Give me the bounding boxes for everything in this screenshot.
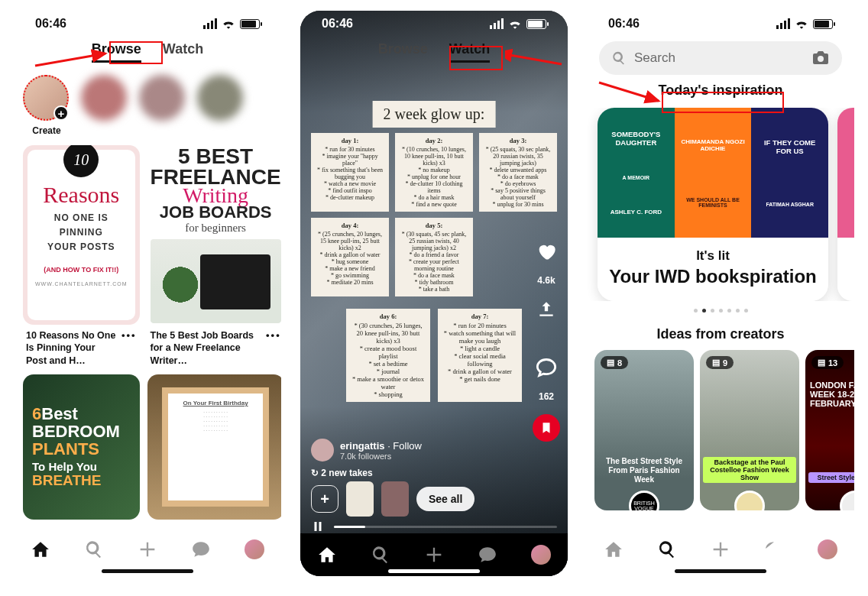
story-item[interactable] (197, 75, 245, 136)
pin-item[interactable]: 5 BEST FREELANCE Writing JOB BOARDS for … (147, 145, 281, 367)
nav-search-icon[interactable] (656, 539, 678, 560)
status-bar: 06:46 (14, 11, 281, 37)
nav-chat-icon[interactable] (477, 544, 498, 565)
inspiration-carousel[interactable]: SOMEBODY'S DAUGHTER A MEMOIR ASHLEY C. F… (587, 108, 854, 301)
idea-card[interactable]: ▤ 9 Backstage at the Paul Costelloe Fash… (700, 350, 799, 510)
page-count-chip: ▤ 13 (811, 356, 844, 369)
note-card: day 4:* (25 crunches, 20 lunges, 15 knee… (311, 218, 389, 296)
comment-icon[interactable] (535, 356, 558, 379)
pin-image (151, 239, 281, 323)
plus-icon[interactable]: + (53, 105, 69, 121)
nav-add-icon[interactable] (423, 544, 445, 565)
idea-card[interactable]: ▤ 13 LONDON FASHION WEEK 18-22 FEBRUARY … (805, 350, 854, 510)
page-count-chip: ▤ 9 (706, 356, 734, 369)
pin-item[interactable]: On Your First Birthday · · · · · · · · ·… (147, 374, 281, 520)
creator-row[interactable]: eringattis · Follow 7.0k followers (311, 439, 422, 462)
battery-icon (813, 19, 833, 29)
search-placeholder: Search (634, 50, 675, 66)
pin-item[interactable]: 6Best BEDROOM PLANTS To Help You BREATHE (23, 374, 140, 520)
more-icon[interactable]: ••• (121, 329, 137, 342)
pause-icon[interactable] (311, 520, 325, 533)
tab-browse[interactable]: Browse (378, 41, 428, 63)
add-take-button[interactable]: + (311, 485, 338, 513)
tab-browse[interactable]: Browse (92, 41, 141, 63)
like-icon[interactable] (535, 240, 558, 263)
video-title: 2 week glow up: (373, 101, 496, 128)
see-all-button[interactable]: See all (416, 487, 474, 511)
follower-count: 7.0k followers (340, 452, 422, 461)
nav-home-icon[interactable] (603, 539, 624, 560)
take-thumb[interactable] (346, 481, 374, 517)
cell-signal-icon (490, 18, 504, 29)
top-tabs: Browse Watch (300, 37, 568, 70)
save-button[interactable] (533, 414, 560, 442)
follow-button[interactable]: Follow (393, 440, 422, 452)
screen-watch: 06:46 Browse Watch 2 week glow up: day 1… (300, 11, 568, 576)
inspiration-card[interactable] (837, 108, 854, 301)
idea-label: Street Style from #LFW (808, 472, 854, 483)
card-title: Your IWD bookspiration (604, 266, 822, 287)
search-bar[interactable]: Search (599, 41, 842, 75)
pin-item[interactable]: 10 Reasons NO ONE ISPINNINGYOUR POSTS (A… (23, 145, 140, 367)
top-tabs: Browse Watch (14, 37, 281, 70)
cell-signal-icon (203, 18, 217, 29)
creator-avatar[interactable] (840, 491, 854, 510)
note-card: day 2:* (10 crunches, 10 lunges, 10 knee… (395, 133, 473, 212)
status-icons (203, 18, 260, 29)
stories-row[interactable]: + Create (14, 70, 281, 136)
story-item[interactable] (81, 75, 128, 136)
camera-icon[interactable] (811, 49, 830, 67)
nav-search-icon[interactable] (83, 539, 105, 560)
carousel-dots[interactable] (587, 309, 854, 313)
nav-profile-avatar[interactable] (244, 539, 265, 560)
more-icon[interactable]: ••• (266, 329, 281, 342)
bottom-nav (587, 523, 854, 576)
tab-watch[interactable]: Watch (163, 41, 203, 63)
screen-search: 06:46 Search Today's inspiration SOMEBOD… (587, 11, 854, 576)
takes-label[interactable]: ↻ 2 new takes (311, 468, 373, 478)
avatar[interactable]: + (23, 75, 69, 121)
nav-chat-icon[interactable] (190, 539, 212, 560)
status-time: 06:46 (322, 17, 353, 31)
books-row: SOMEBODY'S DAUGHTER A MEMOIR ASHLEY C. F… (598, 108, 828, 238)
status-bar: 06:46 (300, 11, 568, 37)
take-thumb[interactable] (381, 481, 409, 517)
idea-card[interactable]: ▤ 8 The Best Street Style From Paris Fas… (594, 350, 694, 510)
story-item[interactable] (139, 75, 186, 136)
note-card: day 5:* (30 squats, 45 sec plank, 25 rus… (395, 218, 473, 296)
pin-grid: 10 Reasons NO ONE ISPINNINGYOUR POSTS (A… (14, 136, 281, 520)
framed-print: On Your First Birthday · · · · · · · · ·… (162, 387, 269, 507)
idea-label: The Best Street Style From Paris Fashion… (599, 457, 689, 484)
nav-profile-avatar[interactable] (817, 539, 838, 560)
progress-bar[interactable] (334, 526, 557, 528)
creator-name[interactable]: eringattis (340, 440, 385, 452)
nav-add-icon[interactable] (710, 539, 731, 560)
share-icon[interactable] (535, 298, 558, 321)
note-card: day 7:* run for 20 minutes * watch somet… (438, 309, 522, 402)
nav-home-icon[interactable] (30, 539, 51, 560)
note-card: day 6:* (30 crunches, 26 lunges, 20 knee… (346, 309, 430, 402)
tab-watch[interactable]: Watch (449, 41, 490, 63)
like-count: 4.6k (537, 275, 555, 286)
note-card: day 1:* run for 30 minutes * imagine you… (311, 133, 389, 212)
ideas-row[interactable]: ▤ 8 The Best Street Style From Paris Fas… (587, 350, 854, 510)
pin-caption: The 5 Best Job Boards for a New Freelanc… (151, 329, 261, 367)
pin-caption: 10 Reasons No One Is Pinning Your Post a… (26, 329, 117, 367)
creator-avatar[interactable] (311, 439, 334, 462)
nav-search-icon[interactable] (370, 544, 391, 565)
idea-label: Backstage at the Paul Costelloe Fashion … (703, 457, 796, 483)
nav-chat-icon[interactable] (763, 539, 785, 560)
nav-home-icon[interactable] (316, 544, 338, 565)
nav-add-icon[interactable] (137, 539, 158, 560)
creator-avatar[interactable]: BRITISH VOGUE (629, 491, 659, 510)
creator-avatar[interactable] (734, 491, 765, 510)
status-icons (776, 18, 833, 29)
wifi-icon (795, 18, 808, 29)
battery-icon (526, 19, 546, 29)
create-story[interactable]: + Create (23, 75, 70, 136)
home-indicator (102, 569, 193, 573)
screen-browse: 06:46 Browse Watch + Create (14, 11, 281, 576)
inspiration-card[interactable]: SOMEBODY'S DAUGHTER A MEMOIR ASHLEY C. F… (598, 108, 828, 301)
status-icons (490, 18, 546, 29)
nav-profile-avatar[interactable] (530, 544, 552, 565)
